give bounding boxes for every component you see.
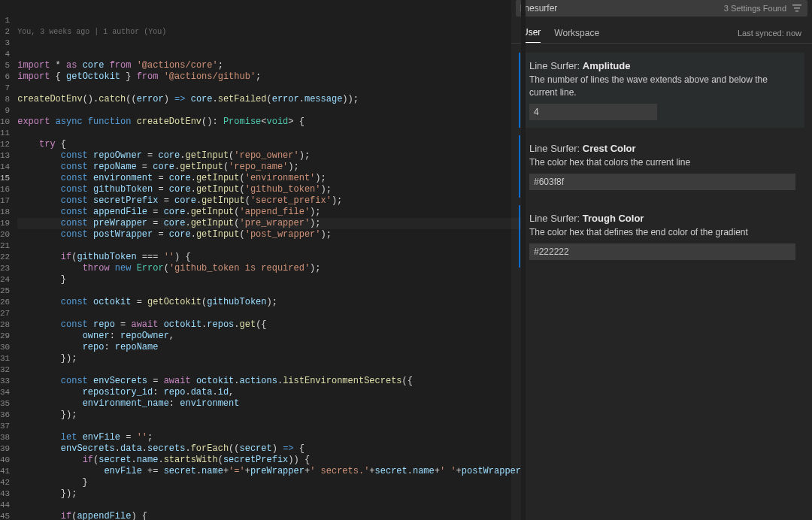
line-number: 14 [0, 162, 10, 173]
line-number: 41 [0, 466, 10, 477]
line-number: 11 [0, 128, 10, 139]
setting-value-input[interactable] [529, 104, 657, 120]
line-number: 39 [0, 443, 10, 455]
code-line[interactable]: } [17, 274, 521, 286]
code-line[interactable] [17, 83, 521, 94]
code-line[interactable]: const repoOwner = core.getInput('repo_ow… [17, 150, 521, 162]
code-line[interactable]: const postWrapper = core.getInput('post_… [17, 229, 521, 240]
code-line[interactable]: try { [17, 139, 521, 150]
filter-icon[interactable] [791, 2, 803, 14]
line-number: 2 [0, 26, 10, 38]
setting-description: The number of lines the wave extends abo… [529, 74, 795, 99]
code-line[interactable]: export async function createDotEnv(): Pr… [17, 116, 521, 128]
code-line[interactable] [17, 240, 521, 252]
code-line[interactable]: const envSecrets = await octokit.actions… [17, 376, 521, 387]
line-number: 23 [0, 263, 10, 274]
code-line[interactable]: let envFile = ''; [17, 432, 521, 443]
code-line[interactable]: throw new Error('github_token is require… [17, 263, 521, 274]
line-number: 35 [0, 398, 10, 410]
line-number: 3 [0, 38, 10, 49]
code-line[interactable] [17, 286, 521, 297]
settings-sync-status: Last synced: now [738, 29, 801, 38]
code-line[interactable]: owner: repoOwner, [17, 331, 521, 342]
line-number: 44 [0, 500, 10, 511]
code-line[interactable]: }); [17, 353, 521, 364]
setting-value-input[interactable] [529, 174, 795, 190]
line-number: 20 [0, 229, 10, 240]
settings-tabs: User Workspace Last synced: now [511, 17, 812, 44]
tab-workspace[interactable]: Workspace [554, 23, 599, 43]
code-line[interactable]: const repoName = core.getInput('repo_nam… [17, 162, 521, 173]
settings-search-input[interactable] [520, 3, 724, 14]
blame-annotation: You, 3 weeks ago | 1 author (You) [17, 26, 521, 38]
code-line[interactable]: if(appendFile) { [17, 511, 521, 520]
code-line[interactable]: const appendFile = core.getInput('append… [17, 207, 521, 218]
line-number: 42 [0, 477, 10, 488]
line-number: 10 [0, 116, 10, 128]
line-number: 36 [0, 410, 10, 421]
line-number: 37 [0, 421, 10, 432]
setting-title: Line Surfer: Trough Color [529, 213, 795, 224]
line-number: 13 [0, 150, 10, 162]
setting-value-input[interactable] [529, 243, 795, 260]
svg-rect-2 [795, 11, 798, 12]
line-number: 4 [0, 49, 10, 60]
line-number: 38 [0, 432, 10, 443]
line-number: 6 [0, 71, 10, 83]
settings-search-bar: 3 Settings Found [516, 0, 807, 17]
setting-description: The color hex that defines the end color… [529, 226, 795, 239]
code-line[interactable]: import * as core from '@actions/core'; [17, 60, 521, 71]
settings-found-count: 3 Settings Found [724, 4, 786, 13]
line-number: 15 [0, 173, 10, 184]
code-area[interactable]: You, 3 weeks ago | 1 author (You) import… [17, 0, 521, 520]
setting-item: Line Surfer: Trough ColorThe color hex t… [519, 205, 804, 268]
setting-description: The color hex that colors the current li… [529, 156, 795, 169]
line-number: 29 [0, 331, 10, 342]
code-line[interactable]: environment_name: environment [17, 398, 521, 410]
line-number: 26 [0, 297, 10, 308]
line-number: 5 [0, 60, 10, 71]
code-line[interactable] [17, 128, 521, 139]
code-line[interactable]: const repo = await octokit.repos.get({ [17, 319, 521, 331]
code-line[interactable] [17, 500, 521, 511]
line-number: 12 [0, 139, 10, 150]
code-line[interactable] [17, 105, 521, 116]
svg-rect-1 [794, 8, 800, 9]
code-line[interactable] [17, 364, 521, 376]
editor-pane: 1234567891011121314151617181920212223242… [0, 0, 511, 520]
line-number: 1 [0, 15, 10, 26]
code-line[interactable]: const githubToken = core.getInput('githu… [17, 184, 521, 195]
minimap[interactable] [521, 0, 526, 520]
line-number: 18 [0, 207, 10, 218]
line-number: 24 [0, 274, 10, 286]
setting-item: Line Surfer: Crest ColorThe color hex th… [519, 135, 804, 198]
line-number: 8 [0, 94, 10, 105]
line-number: 27 [0, 308, 10, 319]
code-line[interactable]: const environment = core.getInput('envir… [17, 173, 521, 184]
code-line[interactable]: if(githubToken === '') { [17, 252, 521, 263]
line-number: 45 [0, 511, 10, 520]
code-line[interactable]: }); [17, 488, 521, 500]
code-line[interactable]: const preWrapper = core.getInput('pre_wr… [17, 218, 521, 229]
line-number: 33 [0, 376, 10, 387]
code-line[interactable]: const secretPrefix = core.getInput('secr… [17, 195, 521, 207]
code-line[interactable]: if(secret.name.startsWith(secretPrefix))… [17, 455, 521, 466]
code-line[interactable]: } [17, 477, 521, 488]
line-number: 22 [0, 252, 10, 263]
code-line[interactable]: repo: repoName [17, 342, 521, 353]
line-number: 40 [0, 455, 10, 466]
code-line[interactable]: repository_id: repo.data.id, [17, 387, 521, 398]
setting-title: Line Surfer: Amplitude [529, 60, 795, 71]
line-number: 43 [0, 488, 10, 500]
settings-pane: 3 Settings Found User Workspace Last syn… [511, 0, 812, 520]
code-line[interactable]: import { getOctokit } from '@actions/git… [17, 71, 521, 83]
code-line[interactable]: const octokit = getOctokit(githubToken); [17, 297, 521, 308]
code-line[interactable]: envFile += secret.name+'='+preWrapper+' … [17, 466, 521, 477]
code-line[interactable] [17, 308, 521, 319]
code-line[interactable] [17, 421, 521, 432]
code-line[interactable]: createDotEnv().catch((error) => core.set… [17, 94, 521, 105]
code-line[interactable]: envSecrets.data.secrets.forEach((secret)… [17, 443, 521, 455]
line-number: 19 [0, 218, 10, 229]
line-number: 28 [0, 319, 10, 331]
code-line[interactable]: }); [17, 410, 521, 421]
